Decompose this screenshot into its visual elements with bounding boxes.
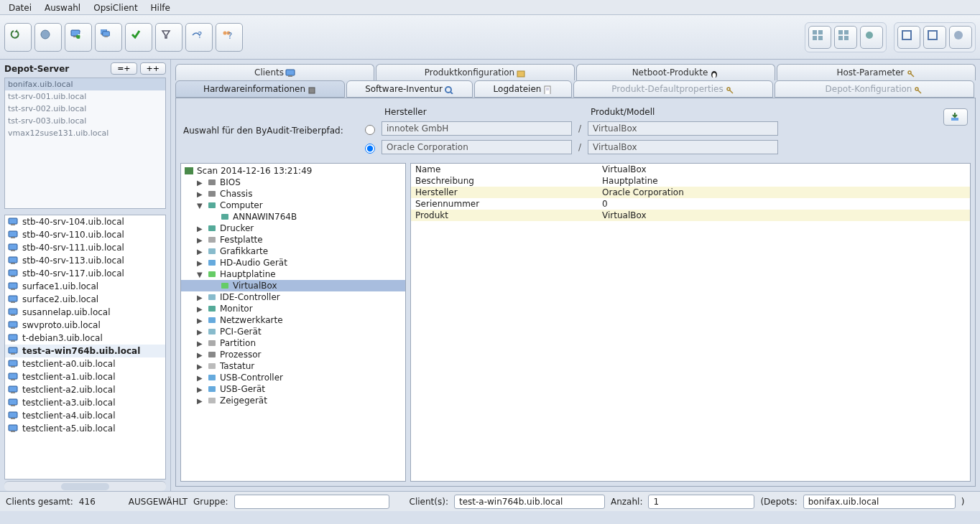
grid-btn-3[interactable] [860, 26, 883, 49]
client-item[interactable]: testclient-a2.uib.local [5, 383, 165, 396]
clients-field[interactable]: test-a-win764b.uib.local [454, 495, 605, 509]
twisty-icon[interactable]: ▶ [197, 179, 204, 187]
client-item[interactable]: stb-40-srv-110.uib.local [5, 228, 165, 241]
byaudit-radio-0[interactable] [365, 125, 375, 135]
vendor-field-1[interactable]: Oracle Corporation [382, 140, 572, 154]
tab-netboot-produkte[interactable]: Netboot-Produkte [576, 64, 775, 80]
subtab-depot-konfiguration[interactable]: Depot-Konfiguration [775, 80, 974, 98]
tree-node[interactable]: ▶IDE-Controller [181, 291, 405, 303]
grid-btn-2[interactable] [834, 26, 857, 49]
client-item[interactable]: surface2.uib.local [5, 293, 165, 306]
client-item[interactable]: surface1.uib.local [5, 280, 165, 293]
twisty-icon[interactable]: ▶ [197, 328, 204, 336]
tree-node[interactable]: ▼Computer [181, 200, 405, 211]
filter-button[interactable] [155, 23, 182, 52]
tree-node[interactable]: ▶Drucker [181, 223, 405, 234]
tree-node[interactable]: ▶Partition [181, 337, 405, 349]
twisty-icon[interactable]: ▼ [197, 202, 204, 210]
tree-node[interactable]: ▶Prozessor [181, 349, 405, 360]
depot-item[interactable]: tst-srv-003.uib.local [5, 115, 165, 127]
depot-item[interactable]: tst-srv-001.uib.local [5, 90, 165, 103]
client-item[interactable]: stb-40-srv-104.uib.local [5, 215, 165, 228]
tree-node[interactable]: ▶Zeigegerät [181, 395, 405, 406]
client-item[interactable]: testclient-a3.uib.local [5, 396, 165, 409]
tree-node[interactable]: ▶Chassis [181, 188, 405, 200]
depot-list[interactable]: bonifax.uib.localtst-srv-001.uib.localts… [4, 78, 166, 209]
client-hscroll[interactable] [4, 481, 166, 491]
client-item[interactable]: testclient-a0.uib.local [5, 357, 165, 370]
tree-node[interactable]: ▶HD-Audio Gerät [181, 257, 405, 268]
tree-node[interactable]: ▶Monitor [181, 303, 405, 314]
twisty-icon[interactable]: ▼ [197, 271, 204, 279]
tree-node[interactable]: ▶PCI-Gerät [181, 326, 405, 337]
driver-download-button[interactable] [943, 108, 968, 126]
client-item[interactable]: susannelap.uib.local [5, 306, 165, 319]
client-item[interactable]: stb-40-srv-111.uib.local [5, 241, 165, 254]
twisty-icon[interactable]: ▶ [197, 259, 204, 267]
check-button[interactable] [125, 23, 152, 52]
twisty-icon[interactable]: ▶ [197, 385, 204, 393]
twisty-icon[interactable]: ▶ [197, 317, 204, 324]
tab-produktkonfiguration[interactable]: Produktkonfiguration [376, 64, 575, 80]
clients-button[interactable] [95, 23, 122, 52]
menu-datei[interactable]: Datei [3, 1, 37, 13]
tree-node[interactable]: ▶Netzwerkkarte [181, 314, 405, 326]
globe-button[interactable] [34, 23, 62, 52]
reload-button[interactable] [4, 23, 32, 52]
menu-opsiclient[interactable]: OpsiClient [88, 1, 143, 13]
subtab-hardwareinformationen[interactable]: Hardwareinformationen [175, 80, 345, 98]
tree-node[interactable]: ▶USB-Controller [181, 372, 405, 383]
depots-field[interactable]: bonifax.uib.local [803, 495, 956, 509]
twisty-icon[interactable]: ▶ [197, 236, 204, 244]
tree-node[interactable]: ANNAWIN764B [181, 211, 405, 223]
client-item[interactable]: t-debian3.uib.local [5, 332, 165, 345]
tree-node[interactable]: ▶BIOS [181, 177, 405, 188]
twisty-icon[interactable]: ▶ [197, 248, 204, 256]
client-item[interactable]: stb-40-srv-113.uib.local [5, 254, 165, 267]
group-field[interactable] [234, 495, 389, 509]
client-item[interactable]: testclient-a4.uib.local [5, 409, 165, 422]
new-client-button[interactable] [65, 23, 92, 52]
tree-node[interactable]: VirtualBox [181, 280, 405, 291]
frame-btn-2[interactable] [923, 26, 946, 49]
count-field[interactable]: 1 [648, 495, 754, 509]
tree-node[interactable]: ▶Tastatur [181, 360, 405, 372]
menu-hilfe[interactable]: Hilfe [145, 1, 176, 13]
tab-host-parameter[interactable]: Host-Parameter [777, 64, 976, 80]
twisty-icon[interactable]: ▶ [197, 190, 204, 198]
client-list[interactable]: stb-40-srv-104.uib.localstb-40-srv-110.u… [4, 215, 166, 479]
subtab-software-inventur[interactable]: Software-Inventur [346, 80, 473, 98]
twisty-icon[interactable]: ▶ [197, 340, 204, 347]
frame-btn-1[interactable] [897, 26, 920, 49]
subtab-logdateien[interactable]: Logdateien [474, 80, 572, 98]
depot-item[interactable]: vmax12suse131.uib.local [5, 127, 165, 139]
client-item[interactable]: testclient-a5.uib.local [5, 422, 165, 435]
twisty-icon[interactable]: ▶ [197, 362, 204, 370]
client-item[interactable]: testclient-a1.uib.local [5, 370, 165, 383]
twisty-icon[interactable]: ▶ [197, 294, 204, 301]
depot-plusplus-button[interactable]: ++ [140, 62, 166, 75]
subtab-produkt-defaultproperties[interactable]: Produkt-Defaultproperties [573, 80, 773, 98]
tree-node[interactable]: ▶USB-Gerät [181, 383, 405, 395]
depot-item[interactable]: tst-srv-002.uib.local [5, 103, 165, 115]
users-help-button[interactable] [216, 23, 243, 52]
wifi-help-button[interactable] [185, 23, 213, 52]
client-item[interactable]: test-a-win764b.uib.local [5, 345, 165, 357]
twisty-icon[interactable]: ▶ [197, 305, 204, 313]
byaudit-radio-1[interactable] [365, 144, 375, 154]
twisty-icon[interactable]: ▶ [197, 397, 204, 405]
client-item[interactable]: swvproto.uib.local [5, 319, 165, 332]
model-field-0[interactable]: VirtualBox [588, 121, 778, 136]
twisty-icon[interactable]: ▶ [197, 225, 204, 233]
grid-btn-1[interactable] [808, 26, 831, 49]
tree-node[interactable]: ▼Hauptplatine [181, 268, 405, 280]
menu-auswahl[interactable]: Auswahl [39, 1, 86, 13]
depot-item[interactable]: bonifax.uib.local [5, 78, 165, 90]
frame-btn-3[interactable] [949, 26, 972, 49]
twisty-icon[interactable]: ▶ [197, 374, 204, 382]
tree-root[interactable]: Scan 2014-12-16 13:21:49 [181, 165, 405, 177]
hardware-tree[interactable]: Scan 2014-12-16 13:21:49▶BIOS▶Chassis▼Co… [180, 163, 406, 482]
tree-node[interactable]: ▶Festplatte [181, 234, 405, 245]
tab-clients[interactable]: Clients [175, 64, 374, 80]
twisty-icon[interactable]: ▶ [197, 351, 204, 359]
